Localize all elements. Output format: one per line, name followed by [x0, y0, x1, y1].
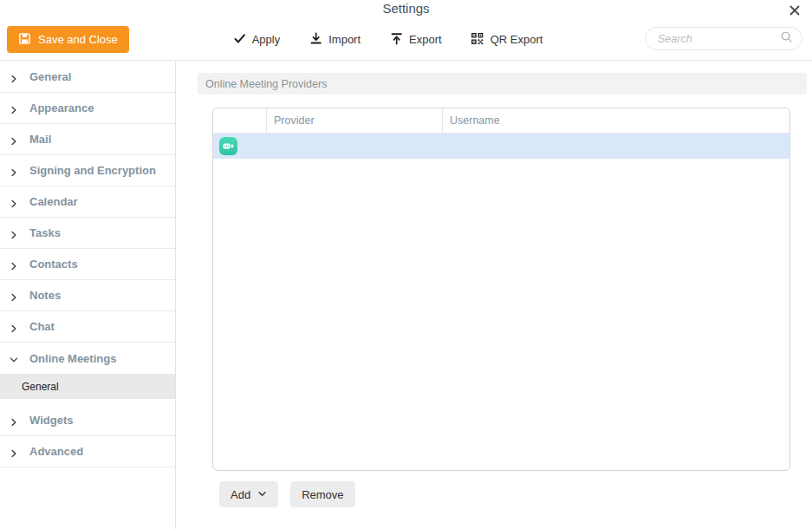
sidebar-item-label: General: [29, 70, 71, 83]
sidebar-item-label: Calendar: [29, 195, 78, 208]
sidebar-item-label: Chat: [29, 320, 55, 333]
sidebar-item-label: Mail: [29, 133, 51, 146]
section-title: Online Meeting Providers: [205, 78, 327, 90]
sidebar-item-advanced[interactable]: Advanced: [0, 436, 175, 467]
sidebar-item-appearance[interactable]: Appearance: [0, 93, 175, 124]
sidebar-item-mail[interactable]: Mail: [0, 124, 175, 155]
sidebar-item-label: Online Meetings: [29, 352, 116, 365]
settings-sidebar: General Appearance Mail Signing and Encr…: [0, 62, 176, 529]
sidebar-gap: [0, 399, 175, 405]
sidebar-item-label: Advanced: [29, 445, 83, 458]
sidebar-item-general[interactable]: General: [0, 62, 175, 93]
export-button[interactable]: Export: [388, 29, 444, 51]
column-header-username: Username: [443, 108, 789, 133]
provider-cell-icon: [213, 137, 267, 155]
sidebar-item-label: Appearance: [29, 101, 94, 114]
sidebar-item-label: Tasks: [29, 226, 61, 239]
chevron-right-icon: [10, 416, 18, 425]
column-header-provider: Provider: [267, 108, 443, 133]
chevron-right-icon: [10, 104, 18, 113]
apply-button[interactable]: Apply: [231, 29, 283, 51]
close-icon: [789, 3, 800, 19]
qr-export-label: QR Export: [490, 33, 543, 46]
sidebar-item-label: Contacts: [29, 258, 78, 271]
sidebar-item-online-meetings[interactable]: Online Meetings: [0, 343, 175, 374]
header: Settings Save and Close Apply: [0, 0, 812, 61]
settings-window: Settings Save and Close Apply: [0, 0, 812, 529]
chevron-right-icon: [10, 291, 18, 300]
sidebar-subitem-online-meetings-general[interactable]: General: [0, 374, 175, 399]
chevron-right-icon: [10, 167, 18, 175]
save-and-close-button[interactable]: Save and Close: [7, 26, 129, 53]
sidebar-item-contacts[interactable]: Contacts: [0, 249, 175, 280]
sidebar-item-label: Signing and Encryption: [29, 164, 156, 177]
sidebar-item-chat[interactable]: Chat: [0, 311, 175, 343]
remove-button[interactable]: Remove: [290, 481, 354, 507]
table-actions: Add Remove: [219, 481, 355, 507]
chevron-right-icon: [10, 229, 18, 238]
sidebar-item-notes[interactable]: Notes: [0, 280, 175, 311]
qr-code-icon: [471, 32, 484, 48]
sidebar-item-tasks[interactable]: Tasks: [0, 218, 175, 249]
sidebar-item-calendar[interactable]: Calendar: [0, 186, 175, 218]
import-icon: [309, 32, 322, 48]
sidebar-item-label: Notes: [29, 289, 61, 302]
chevron-right-icon: [10, 73, 18, 82]
search-input[interactable]: [658, 33, 780, 45]
column-header-icon: [213, 108, 267, 133]
chevron-right-icon: [10, 323, 18, 331]
sidebar-item-widgets[interactable]: Widgets: [0, 405, 175, 436]
chevron-down-icon: [10, 354, 18, 362]
sidebar-item-label: Widgets: [29, 414, 73, 427]
remove-label: Remove: [302, 488, 343, 501]
add-button[interactable]: Add: [219, 481, 278, 507]
table-row[interactable]: [213, 134, 789, 159]
main-panel: Online Meeting Providers Provider Userna…: [177, 62, 812, 529]
apply-label: Apply: [252, 33, 281, 46]
import-button[interactable]: Import: [308, 29, 362, 51]
sidebar-subitem-label: General: [22, 381, 59, 393]
providers-table: Provider Username: [212, 108, 790, 471]
toolbar: Apply Import: [231, 26, 545, 53]
search-icon[interactable]: [780, 30, 793, 47]
chevron-right-icon: [10, 135, 18, 144]
chevron-right-icon: [10, 447, 18, 456]
search-box: [645, 27, 802, 50]
add-label: Add: [231, 488, 250, 501]
checkmark-icon: [233, 32, 246, 48]
save-icon: [18, 32, 31, 48]
export-icon: [390, 32, 403, 48]
page-title: Settings: [0, 1, 812, 16]
qr-export-button[interactable]: QR Export: [470, 29, 545, 51]
close-button[interactable]: [788, 4, 802, 18]
chevron-right-icon: [10, 260, 18, 269]
import-label: Import: [328, 33, 361, 46]
table-header-row: Provider Username: [213, 108, 789, 134]
sidebar-item-signing-and-encryption[interactable]: Signing and Encryption: [0, 155, 175, 186]
section-header: Online Meeting Providers: [198, 73, 807, 95]
chevron-right-icon: [10, 198, 18, 206]
save-and-close-label: Save and Close: [38, 33, 118, 46]
chevron-down-icon: [257, 488, 267, 501]
export-label: Export: [409, 33, 442, 46]
video-camera-icon: [219, 137, 237, 155]
